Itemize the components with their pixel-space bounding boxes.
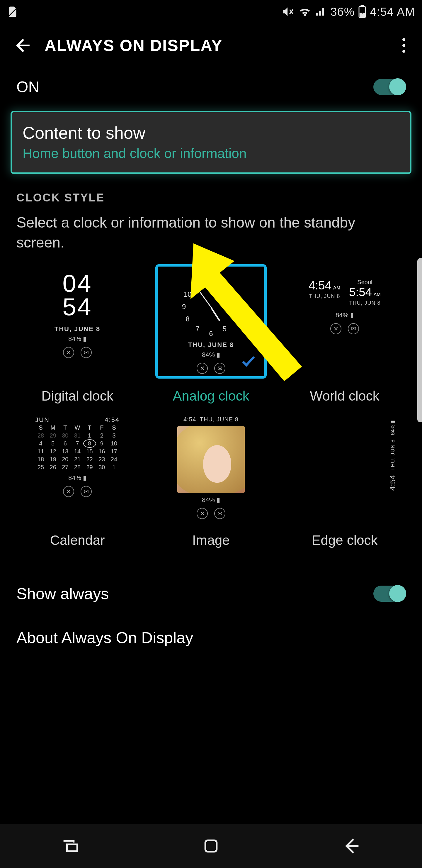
cellular-signal-icon — [315, 6, 327, 18]
about-label: About Always On Display — [17, 628, 193, 647]
dot-icon — [402, 50, 405, 53]
mini-notification-icons: ✕ ✉ — [197, 508, 225, 519]
content-to-show-title: Content to show — [23, 123, 399, 143]
digital-label: Digital clock — [41, 388, 113, 404]
missed-call-icon: ✕ — [197, 363, 208, 374]
clock-style-section-header: CLOCK STYLE — [0, 181, 422, 207]
calendar-preview: JUN4:54 SMTWTFS2829303112345678910111213… — [22, 408, 133, 523]
edge-label: Edge clock — [312, 532, 378, 548]
mini-notification-icons: ✕ ✉ — [197, 363, 225, 374]
analog-label: Analog clock — [173, 388, 249, 404]
statusbar: 36% 4:54 AM — [0, 0, 422, 24]
clock-styles-grid: 04 54 THU, JUNE 8 84% ▮ ✕ ✉ Digital cloc… — [0, 261, 422, 560]
edge-preview: 4:54 THU, JUN 8 84% ▮ — [289, 408, 400, 523]
edge-vertical-content: 4:54 THU, JUN 8 84% ▮ — [388, 420, 397, 491]
world-right-date: THU, JUN 8 — [349, 300, 380, 306]
statusbar-time: 4:54 AM — [370, 5, 415, 19]
wifi-icon — [298, 5, 312, 19]
back-button[interactable] — [12, 35, 32, 56]
battery-mini-icon: ▮ — [217, 351, 220, 358]
master-toggle-label: ON — [17, 78, 39, 96]
dot-icon — [402, 38, 405, 41]
world-right-city: Seoul — [357, 279, 372, 286]
battery-charging-icon — [358, 5, 366, 18]
vibrate-mute-icon — [282, 5, 294, 18]
analog-date: THU, JUNE 8 — [188, 341, 234, 349]
content-to-show-subtitle: Home button and clock or information — [23, 146, 399, 161]
clock-style-label: CLOCK STYLE — [17, 191, 105, 204]
edge-date: THU, JUN 8 — [390, 439, 396, 471]
dot-icon — [402, 44, 405, 47]
digital-preview: 04 54 THU, JUNE 8 84% ▮ ✕ ✉ — [22, 264, 133, 379]
show-always-label: Show always — [17, 584, 109, 602]
digital-date: THU, JUNE 8 — [55, 325, 100, 333]
calendar-month: JUN — [35, 416, 50, 424]
svg-rect-1 — [361, 5, 364, 6]
mini-notification-icons: ✕ ✉ — [63, 486, 92, 497]
analog-preview: 12 1 2 3 4 5 6 7 8 9 10 11 THU, JUNE 8 8… — [155, 264, 267, 379]
missed-call-icon: ✕ — [63, 486, 74, 497]
mail-icon: ✉ — [80, 486, 92, 497]
world-left-ampm: AM — [333, 285, 340, 290]
style-option-image[interactable]: 4:54 THU, JUNE 8 84% ▮ ✕ ✉ Image — [145, 408, 277, 548]
master-toggle-row: ON — [0, 67, 422, 106]
world-right-time: 5:54 — [349, 286, 372, 299]
battery-percent: 36% — [330, 5, 355, 19]
style-option-digital[interactable]: 04 54 THU, JUNE 8 84% ▮ ✕ ✉ Digital cloc… — [12, 264, 143, 404]
sim-no-data-icon — [7, 6, 19, 18]
style-option-edge[interactable]: 4:54 THU, JUN 8 84% ▮ Edge clock — [279, 408, 410, 548]
recent-apps-button[interactable] — [57, 833, 84, 859]
image-date: THU, JUNE 8 — [200, 416, 238, 423]
style-option-analog[interactable]: 12 1 2 3 4 5 6 7 8 9 10 11 THU, JUNE 8 8… — [145, 264, 277, 404]
mail-icon: ✉ — [348, 323, 359, 334]
content-to-show-row[interactable]: Content to show Home button and clock or… — [10, 111, 412, 174]
image-time: 4:54 — [184, 416, 196, 423]
world-label: World clock — [310, 388, 380, 404]
battery-mini-icon: ▮ — [83, 474, 87, 482]
about-row[interactable]: About Always On Display — [0, 616, 422, 659]
analog-clock-face: 12 1 2 3 4 5 6 7 8 9 10 11 — [180, 276, 242, 338]
calendar-time: 4:54 — [105, 416, 120, 424]
divider-line — [112, 198, 405, 198]
mail-icon: ✉ — [214, 363, 225, 374]
battery-mini-icon: ▮ — [217, 496, 220, 503]
battery-mini-icon: ▮ — [350, 311, 354, 319]
analog-battery: 84% — [202, 351, 215, 358]
image-battery: 84% — [202, 496, 215, 503]
mail-icon: ✉ — [80, 347, 92, 358]
edge-time: 4:54 — [388, 475, 397, 491]
calendar-battery: 84% — [68, 474, 81, 482]
navbar — [0, 824, 422, 868]
world-preview: 4:54AM THU, JUN 8 Seoul 5:54AM THU, JUN … — [289, 264, 400, 379]
mini-notification-icons: ✕ ✉ — [63, 347, 92, 358]
master-toggle[interactable] — [374, 79, 405, 95]
page-title: ALWAYS ON DISPLAY — [44, 36, 223, 55]
missed-call-icon: ✕ — [197, 508, 208, 519]
style-option-calendar[interactable]: JUN4:54 SMTWTFS2829303112345678910111213… — [12, 408, 143, 548]
home-button[interactable] — [198, 833, 224, 859]
scrollbar-thumb[interactable] — [417, 258, 422, 422]
image-preview: 4:54 THU, JUNE 8 84% ▮ ✕ ✉ — [155, 408, 267, 523]
calendar-label: Calendar — [50, 532, 105, 548]
style-option-world[interactable]: 4:54AM THU, JUN 8 Seoul 5:54AM THU, JUN … — [279, 264, 410, 404]
image-placeholder — [177, 426, 245, 493]
calendar-table: SMTWTFS282930311234567891011121314151617… — [33, 424, 121, 471]
world-battery: 84% — [335, 311, 349, 319]
clock-style-description: Select a clock or information to show on… — [0, 207, 422, 261]
svg-rect-4 — [205, 840, 217, 852]
edge-battery: 84% — [390, 425, 396, 435]
missed-call-icon: ✕ — [330, 323, 342, 334]
appbar: ALWAYS ON DISPLAY — [0, 24, 422, 67]
mini-notification-icons: ✕ ✉ — [330, 323, 359, 334]
digital-battery: 84% — [68, 335, 81, 342]
back-nav-button[interactable] — [338, 833, 365, 859]
image-label: Image — [192, 532, 230, 548]
show-always-row: Show always — [0, 571, 422, 616]
missed-call-icon: ✕ — [63, 347, 74, 358]
world-left-date: THU, JUN 8 — [309, 293, 340, 300]
world-left-time: 4:54 — [309, 279, 331, 292]
battery-mini-icon: ▮ — [83, 335, 87, 342]
overflow-menu-button[interactable] — [395, 38, 413, 53]
show-always-toggle[interactable] — [374, 586, 405, 602]
digital-minutes: 54 — [62, 293, 92, 320]
